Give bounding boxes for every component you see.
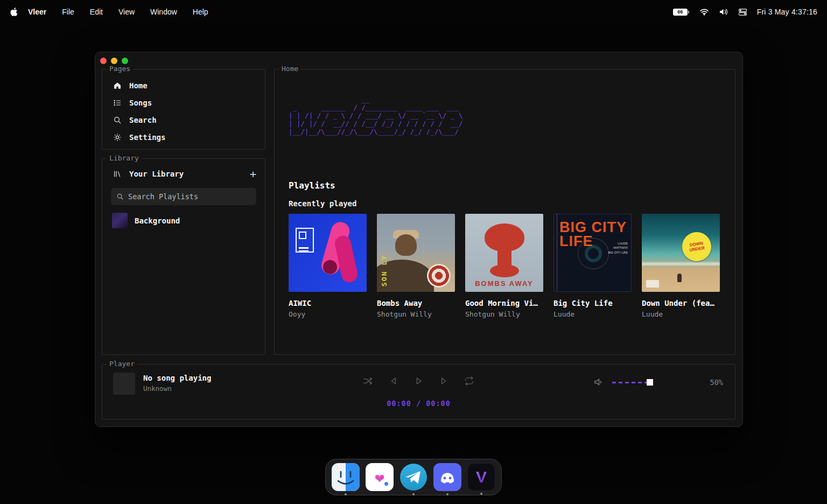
menu-help[interactable]: Help [193, 8, 208, 16]
gear-icon [113, 133, 122, 142]
volume-icon [594, 377, 604, 387]
menu-edit[interactable]: Edit [90, 8, 103, 16]
battery-percent: 66 [677, 9, 683, 15]
album-art [289, 214, 367, 292]
wifi-icon[interactable] [699, 8, 709, 16]
album-artist: Ooyy [289, 310, 367, 318]
songs-list-icon [113, 99, 122, 107]
album-art: SON LY [377, 214, 455, 292]
control-center-icon[interactable] [739, 9, 747, 16]
album-card-big-city-life[interactable]: BIG CITY LIFE LUUDE MATTAFIX BIG CITY LI… [553, 214, 632, 318]
previous-button[interactable] [388, 375, 399, 386]
now-playing-title: No song playing [143, 374, 211, 382]
play-button[interactable] [414, 375, 424, 386]
volume-percent: 50% [710, 378, 723, 387]
next-button[interactable] [439, 375, 450, 386]
discord-dock-icon[interactable] [433, 463, 461, 491]
playback-controls [363, 375, 475, 386]
sidebar-item-label: Settings [129, 133, 165, 142]
repeat-button[interactable] [464, 375, 475, 386]
welcome-ascii-art: __ _ ______ / /________ ____ ___ ___ | |… [289, 95, 463, 136]
zoom-button[interactable] [122, 58, 128, 64]
vleer-window: Pages Home Songs Search Settings Library [95, 52, 743, 427]
previous-icon [388, 376, 398, 386]
finder-dock-icon[interactable] [332, 463, 360, 491]
pages-legend: Pages [107, 65, 133, 73]
telegram-dock-icon[interactable] [400, 463, 427, 491]
discord-icon [433, 463, 461, 491]
sound-icon[interactable] [719, 8, 728, 16]
player-legend: Player [107, 360, 137, 368]
recently-played-grid: AIWIC Ooyy SON LY Bombs Away Shotgun Wil… [289, 214, 720, 318]
album-art: BOMBS AWAY [465, 214, 543, 292]
album-artist: Shotgun Willy [465, 310, 543, 318]
your-library-row[interactable]: Your Library + [113, 165, 256, 183]
next-icon [439, 376, 449, 386]
search-icon [116, 193, 124, 200]
album-title: Good Morning Vi… [465, 299, 543, 307]
library-legend: Library [107, 154, 142, 162]
playlist-search-input[interactable] [128, 192, 251, 201]
media-app-dock-icon[interactable]: ❤ [366, 463, 394, 491]
playlist-item-background[interactable]: Background [112, 213, 256, 228]
sidebar-item-label: Songs [129, 99, 152, 107]
album-artist: Luude [553, 310, 632, 318]
library-icon [113, 170, 122, 178]
volume-handle[interactable] [647, 379, 653, 386]
battery-indicator[interactable]: 66 [673, 9, 689, 16]
play-icon [414, 376, 424, 386]
repeat-icon [464, 376, 474, 386]
sidebar-item-home[interactable]: Home [102, 77, 265, 94]
album-art: BIG CITY LIFE LUUDE MATTAFIX BIG CITY LI… [553, 214, 632, 292]
search-icon [113, 116, 122, 124]
vleer-dock-icon[interactable]: V [467, 463, 495, 491]
finder-icon [332, 463, 360, 491]
sidebar-item-label: Search [129, 116, 157, 124]
playlists-heading: Playlists [289, 180, 335, 191]
sidebar-item-search[interactable]: Search [102, 111, 265, 129]
vleer-logo: V [476, 468, 487, 486]
now-playing-artist: Unknown [143, 384, 172, 393]
telegram-icon [400, 463, 427, 491]
close-button[interactable] [100, 58, 107, 64]
playlist-thumbnail [112, 213, 128, 228]
menu-file[interactable]: File [62, 8, 74, 16]
playlist-name: Background [135, 216, 180, 225]
shuffle-button[interactable] [363, 375, 374, 386]
album-title: Big City Life [553, 299, 632, 307]
sidebar-item-settings[interactable]: Settings [102, 129, 265, 146]
volume-slider[interactable] [612, 379, 688, 386]
home-icon [113, 81, 122, 90]
apple-menu-icon[interactable] [10, 7, 18, 17]
volume-area: 50% [594, 377, 723, 387]
heart-icon: ❤ [375, 468, 384, 487]
album-card-aiwic[interactable]: AIWIC Ooyy [289, 214, 367, 318]
album-card-down-under[interactable]: DOWN UNDER Down Under (fea… Luude [642, 214, 720, 318]
sidebar-item-songs[interactable]: Songs [102, 94, 265, 111]
add-playlist-button[interactable]: + [250, 169, 256, 179]
album-title: Bombs Away [377, 299, 455, 307]
player-panel: Player No song playing Unknown 00:00 / 0… [102, 364, 735, 419]
album-card-good-morning[interactable]: BOMBS AWAY Good Morning Vi… Shotgun Will… [465, 214, 543, 318]
menubar: Vleer File Edit View Window Help 66 Fri … [0, 0, 827, 24]
time-display: 00:00 / 00:00 [387, 399, 451, 408]
menubar-clock[interactable]: Fri 3 May 4:37:16 [757, 8, 817, 16]
active-app-name[interactable]: Vleer [28, 8, 46, 16]
playlist-search-box[interactable] [111, 188, 256, 205]
recently-played-heading: Recently played [289, 199, 356, 208]
album-artist: Luude [642, 310, 720, 318]
album-card-bombs-away[interactable]: SON LY Bombs Away Shotgun Willy [377, 214, 455, 318]
home-panel: Home __ _ ______ / /________ ____ ___ __… [274, 69, 735, 355]
traffic-lights [100, 58, 128, 64]
pages-panel: Pages Home Songs Search Settings [102, 69, 265, 150]
library-panel: Library Your Library + Background [102, 158, 265, 355]
volume-fill [612, 382, 650, 383]
menu-window[interactable]: Window [150, 8, 177, 16]
album-title: Down Under (fea… [642, 299, 720, 307]
minimize-button[interactable] [111, 58, 117, 64]
home-legend: Home [279, 65, 301, 73]
album-artist: Shotgun Willy [377, 310, 455, 318]
album-title: AIWIC [289, 299, 367, 307]
menu-view[interactable]: View [118, 8, 135, 16]
now-playing-thumbnail [113, 373, 135, 395]
